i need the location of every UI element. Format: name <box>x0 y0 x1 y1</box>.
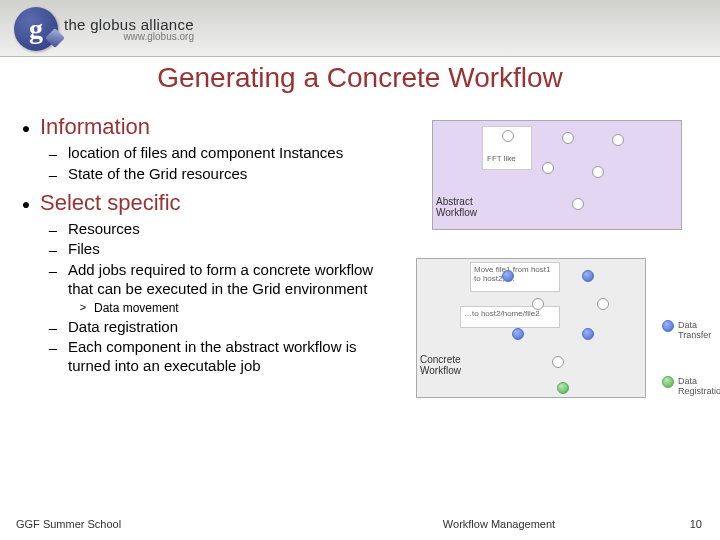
workflow-diagram: Abstract Workflow FFT like Concrete Work… <box>412 120 712 460</box>
logo-title: the globus alliance <box>64 17 194 32</box>
node-icon <box>532 298 544 310</box>
section-heading: Information <box>40 114 150 140</box>
footer: GGF Summer School Workflow Management 10 <box>0 518 720 530</box>
bullet-icon: ● <box>12 114 40 140</box>
chevron-icon: > <box>72 301 94 315</box>
dash-icon: – <box>38 220 68 239</box>
list-item: – Files <box>38 240 392 259</box>
dash-icon: – <box>38 338 68 376</box>
node-icon <box>597 298 609 310</box>
header-band: g the globus alliance www.globus.org <box>0 0 720 56</box>
node-icon <box>562 132 574 144</box>
node-icon <box>512 328 524 340</box>
list-item: – location of files and component Instan… <box>38 144 392 163</box>
globus-logo-icon: g <box>14 7 58 51</box>
list-item: – Each component in the abstract workflo… <box>38 338 392 376</box>
dash-icon: – <box>38 144 68 163</box>
legend-dot-icon <box>662 376 674 388</box>
section-select: ● Select specific <box>12 190 392 216</box>
node-icon <box>592 166 604 178</box>
list-item: – Data registration <box>38 318 392 337</box>
abstract-workflow-label: Abstract Workflow <box>436 196 477 218</box>
dash-icon: – <box>38 240 68 259</box>
node-icon <box>582 270 594 282</box>
dash-icon: – <box>38 318 68 337</box>
legend-label: Data Registration <box>678 376 720 396</box>
node-icon <box>582 328 594 340</box>
list-subitem: > Data movement <box>72 301 392 315</box>
logo-subtitle: www.globus.org <box>64 32 194 42</box>
legend-label: Data Transfer <box>678 320 712 340</box>
node-icon <box>502 130 514 142</box>
footer-center: Workflow Management <box>338 518 660 530</box>
node-icon <box>542 162 554 174</box>
node-icon <box>557 382 569 394</box>
node-icon <box>612 134 624 146</box>
node-icon <box>552 356 564 368</box>
header-divider <box>0 56 720 58</box>
page-number: 10 <box>660 518 720 530</box>
dash-icon: – <box>38 261 68 299</box>
section-information: ● Information <box>12 114 392 140</box>
slide-title: Generating a Concrete Workflow <box>0 62 720 94</box>
list-item: – Add jobs required to form a concrete w… <box>38 261 392 299</box>
node-icon <box>572 198 584 210</box>
list-item: – Resources <box>38 220 392 239</box>
logo: g the globus alliance www.globus.org <box>0 7 194 51</box>
slide: g the globus alliance www.globus.org Gen… <box>0 0 720 540</box>
section-heading: Select specific <box>40 190 181 216</box>
footer-left: GGF Summer School <box>0 518 338 530</box>
list-item: – State of the Grid resources <box>38 165 392 184</box>
dash-icon: – <box>38 165 68 184</box>
concrete-workflow-label: Concrete Workflow <box>420 354 461 376</box>
node-icon <box>502 270 514 282</box>
bullet-icon: ● <box>12 190 40 216</box>
content-body: ● Information – location of files and co… <box>12 108 392 378</box>
logo-text: the globus alliance www.globus.org <box>64 17 194 42</box>
legend-dot-icon <box>662 320 674 332</box>
